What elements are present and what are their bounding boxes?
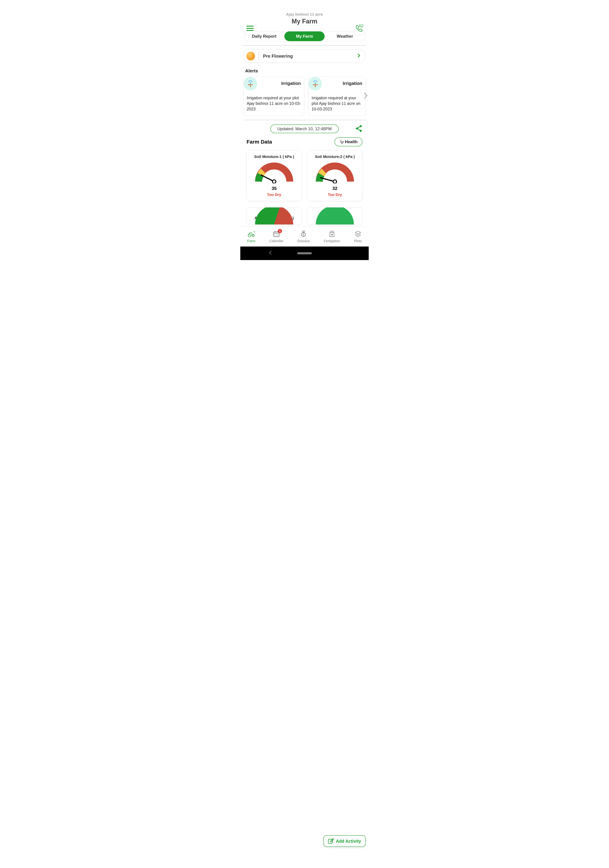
irrigation-icon (244, 77, 257, 90)
call-support-button[interactable] (352, 22, 366, 35)
svg-point-6 (248, 81, 249, 82)
add-activity-label: Add Activity (336, 839, 361, 844)
svg-point-15 (314, 81, 315, 81)
nav-label: Calendar (269, 239, 283, 243)
svg-point-7 (252, 81, 252, 82)
share-icon (356, 125, 362, 132)
svg-line-22 (358, 129, 360, 130)
nav-disease[interactable]: Disease (297, 230, 310, 243)
bottom-nav: Farm 1 Calendar Disease Fertigation Plot… (240, 226, 369, 246)
svg-point-13 (313, 81, 314, 82)
alert-body: Irrigation required at your plot Ajay bi… (312, 95, 362, 112)
android-nav-bar (240, 246, 369, 260)
nav-label: Farm (247, 239, 255, 243)
badge: 1 (278, 229, 282, 233)
nav-fertigation[interactable]: Fertigation (324, 230, 340, 243)
svg-point-38 (276, 235, 277, 236)
svg-line-48 (304, 231, 304, 231)
tractor-icon (247, 230, 255, 238)
chevron-right-icon (357, 53, 360, 59)
back-icon[interactable] (269, 251, 272, 256)
svg-point-10 (250, 80, 251, 81)
svg-point-8 (249, 81, 250, 81)
menu-button[interactable] (243, 22, 257, 35)
edit-icon (328, 838, 334, 844)
irrigation-icon (309, 77, 322, 90)
nav-label: Fertigation (324, 239, 340, 243)
alerts-carousel[interactable]: Irrigation Irrigation required at your p… (240, 77, 369, 116)
svg-point-9 (251, 81, 252, 81)
gauge-value: 32 (309, 186, 360, 191)
crop-stage-label: Pre Flowering (263, 53, 354, 59)
svg-point-26 (333, 180, 337, 183)
svg-line-47 (302, 231, 303, 231)
nav-label: Disease (297, 239, 310, 243)
phone-chat-icon (355, 25, 363, 32)
gauge-soil-moisture-2[interactable]: Soil Moisture-2 ( kPa ) 32 Too Dry (307, 150, 362, 201)
svg-point-36 (277, 234, 278, 234)
svg-point-3 (362, 26, 363, 26)
gauge-title: Soil Moisture-1 ( kPa ) (249, 155, 300, 159)
share-button[interactable] (356, 125, 362, 133)
gauge-dial (255, 163, 293, 183)
gauge-status: Too Dry (309, 192, 360, 197)
nav-plots[interactable]: Plots (354, 230, 362, 243)
svg-point-37 (275, 235, 275, 236)
svg-line-21 (358, 127, 360, 128)
nav-label: Plots (354, 239, 362, 243)
hamburger-icon (246, 26, 253, 31)
health-button-label: Health (345, 140, 358, 144)
main-tabs: Daily Report My Farm Weather (244, 31, 365, 41)
svg-rect-49 (331, 231, 333, 232)
svg-point-17 (315, 80, 315, 81)
gauge-air[interactable]: Air (307, 207, 362, 225)
crop-stage-row[interactable]: Pre Flowering (244, 50, 365, 63)
svg-line-23 (261, 175, 274, 181)
svg-point-29 (252, 235, 254, 237)
svg-point-2 (361, 26, 362, 26)
health-button[interactable]: Health (334, 137, 362, 146)
gauge-value: 35 (249, 186, 300, 191)
fruit-icon (246, 52, 255, 60)
farm-name-label: Ajay bishnoi 11 acre (243, 12, 366, 17)
divider (259, 52, 259, 60)
stethoscope-icon (339, 140, 343, 144)
alert-card[interactable]: Irrigation Irrigation required at your p… (243, 77, 304, 116)
add-activity-button[interactable]: Add Activity (323, 835, 366, 847)
home-pill[interactable] (297, 252, 312, 254)
layers-icon (354, 230, 362, 238)
bug-icon (300, 230, 307, 238)
gauge-status: Too Dry (249, 192, 300, 197)
svg-point-35 (276, 234, 277, 234)
nav-farm[interactable]: Farm (247, 230, 255, 243)
nav-calendar[interactable]: 1 Calendar (269, 230, 283, 243)
svg-point-28 (248, 234, 251, 237)
alerts-heading: Alerts (245, 68, 364, 74)
gauge-air-temperature[interactable]: Air Temperature ( ℃ ) (247, 207, 302, 225)
farm-data-heading: Farm Data (247, 139, 272, 145)
svg-point-14 (317, 81, 317, 82)
svg-point-24 (272, 180, 276, 183)
svg-point-34 (275, 234, 275, 234)
gauge-title: Soil Moisture-2 ( kPa ) (309, 155, 360, 159)
tab-my-farm[interactable]: My Farm (284, 31, 325, 41)
gauge-soil-moisture-1[interactable]: Soil Moisture-1 ( kPa ) 35 Too Dry (247, 150, 302, 201)
alert-body: Irrigation required at your plot Ajay bi… (247, 95, 301, 112)
svg-point-39 (277, 235, 278, 236)
fertilizer-icon (328, 230, 336, 238)
svg-point-16 (316, 81, 317, 81)
page-title: My Farm (243, 18, 366, 25)
alert-card[interactable]: Irrigation Irrigation required at your p… (308, 77, 366, 116)
svg-point-1 (360, 26, 361, 26)
updated-timestamp: Updated: March 10, 12:48PM (270, 124, 339, 133)
gauge-dial (316, 163, 354, 183)
chevron-right-icon[interactable] (364, 92, 368, 100)
